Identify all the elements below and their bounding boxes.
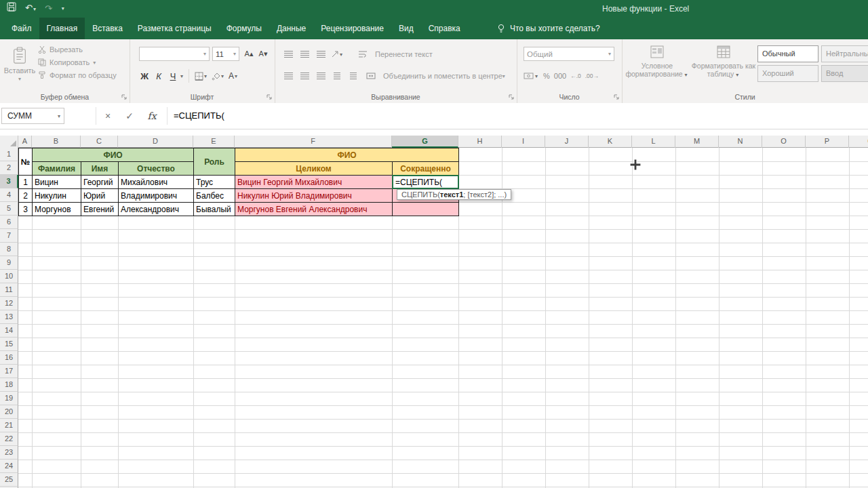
decrease-decimal-icon[interactable]: .00→ <box>585 73 599 79</box>
row-header-3[interactable]: 3 <box>0 175 18 188</box>
cell-F4[interactable]: Никулин Юрий Владимирович <box>235 188 393 203</box>
conditional-formatting-button[interactable]: Условное форматирование ▾ <box>625 43 690 79</box>
wrap-text-button[interactable]: Перенести текст <box>375 50 433 58</box>
formula-input[interactable]: =СЦЕПИТЬ( <box>174 103 865 129</box>
cell-A3[interactable]: 1 <box>18 175 33 189</box>
paste-button[interactable]: Вставить ▾ <box>4 43 35 98</box>
column-header-C[interactable]: C <box>81 136 118 148</box>
ribbon-tab-Рецензирование[interactable]: Рецензирование <box>313 18 391 39</box>
ribbon-tab-Данные[interactable]: Данные <box>269 18 313 39</box>
column-header-L[interactable]: L <box>632 136 675 148</box>
cell-F1:G1[interactable]: ФИО <box>235 148 459 162</box>
row-header-2[interactable]: 2 <box>0 161 18 175</box>
row-header-7[interactable]: 7 <box>0 229 18 243</box>
undo-icon[interactable]: ↶▾ <box>25 0 36 18</box>
chevron-down-icon[interactable]: ▾ <box>180 73 183 79</box>
cell-style-Ввод[interactable]: Ввод <box>821 65 868 82</box>
cell-A5[interactable]: 3 <box>18 202 33 216</box>
row-header-16[interactable]: 16 <box>0 351 18 365</box>
cell-D4[interactable]: Владимирович <box>118 188 194 203</box>
decrease-font-icon[interactable]: A▾ <box>256 47 270 61</box>
cell-E1:E2[interactable]: Роль <box>193 148 235 176</box>
cell-B3[interactable]: Вицин <box>32 175 81 189</box>
borders-button[interactable]: ▾ <box>193 68 210 83</box>
cell-F2[interactable]: Целиком <box>235 161 393 176</box>
cell-C4[interactable]: Юрий <box>81 188 119 203</box>
cell-D2[interactable]: Отчество <box>118 161 194 176</box>
font-dialog-launcher-icon[interactable] <box>266 94 273 100</box>
enter-icon[interactable]: ✓ <box>121 103 138 129</box>
cell-B5[interactable]: Моргунов <box>32 202 81 216</box>
bold-button[interactable]: Ж <box>138 68 151 83</box>
increase-font-icon[interactable]: A▴ <box>242 47 256 61</box>
italic-button[interactable]: К <box>152 68 165 83</box>
column-header-G[interactable]: G <box>392 136 458 148</box>
comma-style-button[interactable]: 000 <box>554 72 566 80</box>
ribbon-tab-Главная[interactable]: Главная <box>39 18 85 39</box>
percent-style-button[interactable]: % <box>543 72 550 80</box>
insert-function-icon[interactable]: fx <box>141 103 163 129</box>
column-header-N[interactable]: N <box>719 136 762 148</box>
decrease-indent-icon[interactable] <box>329 68 345 83</box>
ribbon-tab-Справка[interactable]: Справка <box>421 18 468 39</box>
cell-F3[interactable]: Вицин Георгий Михайлович <box>235 175 393 189</box>
align-bottom-icon[interactable] <box>313 47 329 62</box>
cut-button[interactable]: Вырезать <box>38 45 117 54</box>
row-header-23[interactable]: 23 <box>0 446 18 460</box>
row-header-22[interactable]: 22 <box>0 432 18 446</box>
increase-indent-icon[interactable] <box>345 68 361 83</box>
ribbon-tab-Файл[interactable]: Файл <box>4 18 39 39</box>
column-header-H[interactable]: H <box>458 136 502 148</box>
row-header-11[interactable]: 11 <box>0 283 18 297</box>
ribbon-tab-Вставка[interactable]: Вставка <box>85 18 130 39</box>
align-middle-icon[interactable] <box>296 47 313 62</box>
row-header-8[interactable]: 8 <box>0 243 18 256</box>
cell-D3[interactable]: Михайлович <box>118 175 194 189</box>
cell-style-Нейтральный[interactable]: Нейтральный <box>821 45 868 62</box>
row-header-19[interactable]: 19 <box>0 392 18 405</box>
column-header-J[interactable]: J <box>545 136 589 148</box>
redo-icon[interactable]: ↷ <box>45 0 52 18</box>
font-color-button[interactable]: А ▾ <box>227 68 240 83</box>
column-header-P[interactable]: P <box>806 136 849 148</box>
cell-E5[interactable]: Бывалый <box>193 202 235 216</box>
format-painter-button[interactable]: Формат по образцу <box>38 71 117 79</box>
row-header-17[interactable]: 17 <box>0 365 18 378</box>
row-header-25[interactable]: 25 <box>0 473 18 487</box>
ribbon-tab-Разметка страницы[interactable]: Разметка страницы <box>130 18 219 39</box>
column-header-F[interactable]: F <box>235 136 392 148</box>
save-icon[interactable] <box>7 0 16 18</box>
row-header-20[interactable]: 20 <box>0 405 18 419</box>
row-header-15[interactable]: 15 <box>0 338 18 351</box>
cancel-icon[interactable]: × <box>99 103 117 129</box>
cell-B4[interactable]: Никулин <box>32 188 81 203</box>
tell-me[interactable]: Что вы хотите сделать? <box>497 18 600 39</box>
cell-G3[interactable]: =СЦЕПИТЬ( <box>392 175 459 189</box>
cell-E3[interactable]: Трус <box>193 175 235 189</box>
merge-center-button[interactable]: Объединить и поместить в центре <box>383 72 502 80</box>
format-as-table-button[interactable]: Форматировать как таблицу ▾ <box>691 43 756 79</box>
orientation-icon[interactable]: ▾ <box>329 47 345 62</box>
column-header-A[interactable]: A <box>18 136 32 148</box>
clipboard-dialog-launcher-icon[interactable] <box>121 94 127 100</box>
cell-A1:A2[interactable]: № <box>18 148 33 176</box>
cell-B1:D1[interactable]: ФИО <box>32 148 194 162</box>
number-format-select[interactable]: Общий ▾ <box>524 47 614 61</box>
column-header-E[interactable]: E <box>193 136 235 148</box>
cell-E4[interactable]: Балбес <box>193 188 235 203</box>
row-header-1[interactable]: 1 <box>0 148 18 161</box>
column-header-O[interactable]: O <box>762 136 806 148</box>
column-header-M[interactable]: M <box>675 136 719 148</box>
align-top-icon[interactable] <box>280 47 296 62</box>
cell-A4[interactable]: 2 <box>18 188 33 203</box>
row-header-9[interactable]: 9 <box>0 256 18 270</box>
row-header-24[interactable]: 24 <box>0 460 18 473</box>
font-size-select[interactable]: 11 ▾ <box>212 47 239 61</box>
fill-color-button[interactable]: ▾ <box>210 68 226 83</box>
cell-style-Хороший[interactable]: Хороший <box>757 65 818 82</box>
row-header-21[interactable]: 21 <box>0 419 18 432</box>
row-header-10[interactable]: 10 <box>0 270 18 283</box>
column-header-D[interactable]: D <box>118 136 193 148</box>
cell-F5[interactable]: Моргунов Евгений Александрович <box>235 202 393 216</box>
cell-G5[interactable] <box>392 202 459 216</box>
